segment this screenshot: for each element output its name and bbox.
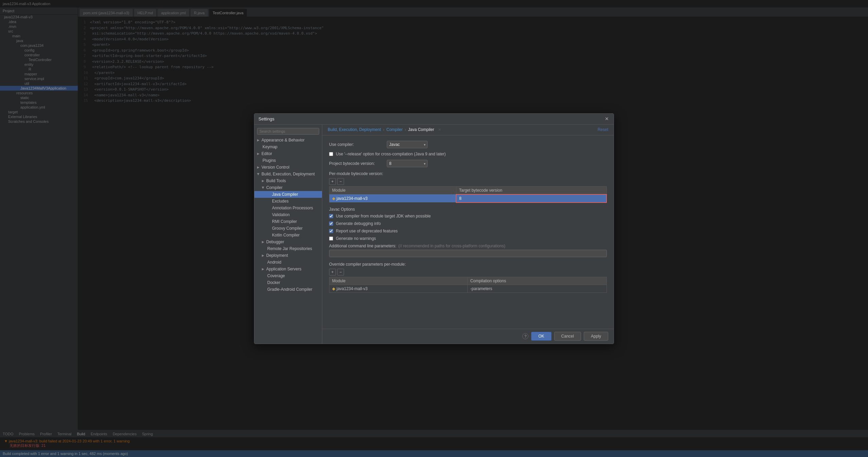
override-section: Override compiler parameters per-module:… (329, 262, 607, 293)
nav-item-android[interactable]: Android (254, 259, 322, 266)
nav-item-compiler[interactable]: ▶Compiler (254, 184, 322, 191)
dialog-footer: ? OK Cancel Apply (322, 329, 614, 344)
dialog-close-button[interactable]: ✕ (604, 116, 610, 121)
breadcrumb-current: Java Compiler (408, 127, 434, 132)
dialog-overlay: Settings ✕ ▶Appearance & BehaviorKeymap▶… (0, 0, 868, 457)
compiler-select-wrapper: Javac Eclipse Ajc (387, 141, 428, 148)
release-option-row: Use '--release' option for cross-compila… (329, 152, 607, 156)
per-module-title: Per-module bytecode version: (329, 171, 607, 176)
override-table: Module Compilation options ◆java1234-mal… (329, 277, 607, 293)
additional-params-label: Additional command line parameters: (329, 244, 396, 248)
module-name-cell: ◆java1234-mall-v3 (329, 194, 456, 203)
javac-checkbox-row-2: Report use of deprecated features (329, 229, 607, 233)
module-table-row[interactable]: ◆java1234-mall-v38 (329, 194, 607, 203)
ok-button[interactable]: OK (531, 332, 551, 341)
nav-item-coverage[interactable]: Coverage (254, 272, 322, 279)
settings-content-area: Build, Execution, Deployment › Compiler … (322, 125, 614, 344)
javac-checkbox-label-2: Report use of deprecated features (336, 229, 398, 233)
nav-item-groovy-compiler[interactable]: Groovy Compiler (254, 225, 322, 232)
bytecode-select-wrapper: 8 11 17 21 (387, 160, 428, 167)
javac-checkbox-label-3: Generate no warnings (336, 236, 376, 241)
nav-item-remote-jar-repositories[interactable]: Remote Jar Repositories (254, 245, 322, 252)
settings-dialog: Settings ✕ ▶Appearance & BehaviorKeymap▶… (254, 113, 614, 344)
nav-item-editor[interactable]: ▶Editor (254, 150, 322, 157)
module-table-body: ◆java1234-mall-v38 (329, 194, 607, 203)
javac-checkbox-row-3: Generate no warnings (329, 236, 607, 241)
nav-item-annotation-processors[interactable]: Annotation Processors (254, 205, 322, 211)
javac-checkbox-row-0: Use compiler from module target JDK when… (329, 214, 607, 218)
per-module-section: Per-module bytecode version: + − Module … (329, 171, 607, 203)
nav-item-keymap[interactable]: Keymap (254, 144, 322, 150)
remove-module-button[interactable]: − (337, 178, 344, 185)
release-checkbox[interactable] (329, 152, 333, 156)
javac-checkbox-row-1: Generate debugging info (329, 221, 607, 226)
dialog-title-bar: Settings ✕ (254, 114, 614, 125)
javac-checkbox-0[interactable] (329, 214, 333, 218)
breadcrumb-part1: Build, Execution, Deployment (328, 127, 381, 132)
nav-item-kotlin-compiler[interactable]: Kotlin Compiler (254, 232, 322, 239)
bytecode-select[interactable]: 8 11 17 21 (387, 160, 428, 167)
cancel-button[interactable]: Cancel (554, 332, 581, 341)
dialog-title: Settings (258, 116, 274, 121)
breadcrumb-sep2: › (405, 127, 406, 132)
override-module-cell: ◆java1234-mall-v3 (329, 285, 468, 292)
add-module-button[interactable]: + (329, 178, 336, 185)
nav-item-build-tools[interactable]: ▶Build Tools (254, 177, 322, 184)
nav-item-application-servers[interactable]: ▶Application Servers (254, 266, 322, 272)
javac-checkbox-2[interactable] (329, 229, 333, 233)
nav-item-java-compiler[interactable]: Java Compiler (254, 191, 322, 198)
project-bytecode-row: Project bytecode version: 8 11 17 21 (329, 160, 607, 167)
override-table-body: ◆java1234-mall-v3-parameters (329, 285, 607, 292)
override-title: Override compiler parameters per-module: (329, 262, 607, 267)
nav-item-appearance-&-behavior[interactable]: ▶Appearance & Behavior (254, 137, 322, 144)
nav-item-excludes[interactable]: Excludes (254, 198, 322, 205)
help-icon[interactable]: ? (522, 333, 528, 339)
settings-search-area (254, 126, 322, 137)
bytecode-col-header: Target bytecode version (456, 186, 607, 194)
nav-item-plugins[interactable]: Plugins (254, 157, 322, 164)
settings-breadcrumb: Build, Execution, Deployment › Compiler … (322, 125, 614, 135)
add-override-button[interactable]: + (329, 269, 336, 275)
override-options-cell: -parameters (467, 285, 607, 292)
breadcrumb-close[interactable]: ✕ (438, 128, 441, 132)
dialog-body: ▶Appearance & BehaviorKeymap▶EditorPlugi… (254, 125, 614, 344)
settings-main-content: Use compiler: Javac Eclipse Ajc Use ' (322, 135, 614, 329)
nav-item-debugger[interactable]: ▶Debugger (254, 239, 322, 245)
compiler-select[interactable]: Javac Eclipse Ajc (387, 141, 428, 148)
nav-item-build,-execution,-deployment[interactable]: ▶Build, Execution, Deployment (254, 171, 322, 177)
javac-options-title: Javac Options (329, 207, 607, 212)
javac-checkbox-label-1: Generate debugging info (336, 221, 381, 226)
nav-item-rmi-compiler[interactable]: RMI Compiler (254, 218, 322, 225)
use-compiler-label: Use compiler: (329, 142, 383, 147)
per-module-table: Module Target bytecode version ◆java1234… (329, 186, 607, 203)
breadcrumb-part2: Compiler (386, 127, 403, 132)
javac-checkboxes: Use compiler from module target JDK when… (329, 214, 607, 241)
additional-params-section: Additional command line parameters: (// … (329, 244, 607, 257)
override-table-row[interactable]: ◆java1234-mall-v3-parameters (329, 285, 607, 292)
nav-item-gradle-android-compiler[interactable]: Gradle-Android Compiler (254, 286, 322, 293)
apply-button[interactable]: Apply (584, 332, 608, 341)
nav-item-validation[interactable]: Validation (254, 211, 322, 218)
reset-button[interactable]: Reset (598, 127, 608, 132)
additional-params-row: Additional command line parameters: (// … (329, 244, 607, 248)
nav-item-version-control[interactable]: ▶Version Control (254, 164, 322, 171)
nav-item-docker[interactable]: Docker (254, 279, 322, 286)
breadcrumb-sep1: › (383, 127, 384, 132)
javac-checkbox-1[interactable] (329, 222, 333, 226)
per-module-toolbar: + − (329, 178, 607, 185)
nav-item-deployment[interactable]: ▶Deployment (254, 252, 322, 259)
javac-options-section: Javac Options Use compiler from module t… (329, 207, 607, 257)
module-col-header: Module (329, 186, 456, 194)
override-options-header: Compilation options (467, 277, 607, 285)
javac-checkbox-label-0: Use compiler from module target JDK when… (336, 214, 431, 218)
settings-search-input[interactable] (257, 128, 319, 135)
use-compiler-row: Use compiler: Javac Eclipse Ajc (329, 141, 607, 148)
remove-override-button[interactable]: − (337, 269, 344, 275)
module-version-cell[interactable]: 8 (456, 194, 607, 203)
override-module-header: Module (329, 277, 468, 285)
project-bytecode-label: Project bytecode version: (329, 161, 383, 166)
additional-params-input[interactable] (329, 250, 607, 257)
release-option-label: Use '--release' option for cross-compila… (336, 152, 446, 156)
settings-nav: ▶Appearance & BehaviorKeymap▶EditorPlugi… (254, 125, 322, 344)
javac-checkbox-3[interactable] (329, 236, 333, 241)
